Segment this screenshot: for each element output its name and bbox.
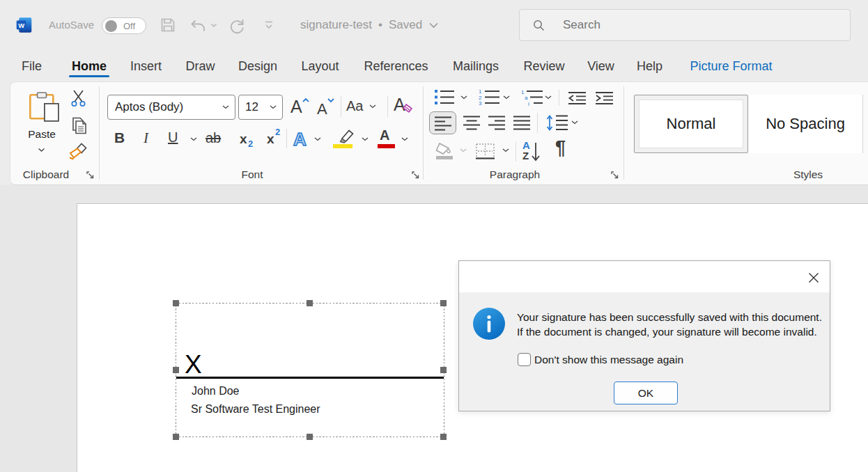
subscript-2: 2	[248, 139, 253, 149]
font-name-combo[interactable]: Aptos (Body)	[107, 95, 235, 120]
menu-tab-file[interactable]: File	[22, 59, 42, 74]
decrease-indent-icon[interactable]	[568, 91, 587, 105]
dont-show-again-label: Don't show this message again	[534, 354, 683, 366]
paste-icon	[29, 92, 59, 122]
superscript-button[interactable]: x 2	[267, 131, 282, 148]
pilcrow-button[interactable]: ¶	[555, 137, 566, 159]
text-effects-chevron-icon[interactable]	[314, 137, 321, 141]
menu-tab-insert[interactable]: Insert	[130, 59, 162, 74]
clipboard-dialog-launcher-icon[interactable]	[86, 171, 94, 179]
cut-icon[interactable]	[71, 90, 86, 108]
undo-chevron-icon[interactable]	[210, 23, 217, 28]
bold-button[interactable]: B	[114, 129, 125, 146]
format-painter-icon[interactable]	[68, 143, 87, 160]
menu-tab-layout[interactable]: Layout	[301, 59, 339, 74]
clipboard-group-label: Clipboard	[23, 168, 69, 181]
clear-formatting-button[interactable]: A	[394, 95, 416, 117]
text-effects-button[interactable]: A	[293, 129, 307, 150]
selection-handle-bottom-middle[interactable]	[307, 434, 313, 440]
save-icon[interactable]	[159, 16, 177, 34]
line-spacing-icon[interactable]	[546, 114, 568, 132]
style-no-spacing-label: No Spacing	[766, 115, 845, 133]
borders-chevron-icon[interactable]	[502, 148, 509, 152]
paste-chevron-icon[interactable]	[38, 148, 45, 152]
menu-tab-picture-format[interactable]: Picture Format	[690, 59, 772, 74]
selection-handle-bottom-right[interactable]	[440, 434, 447, 440]
menu-tab-mailings[interactable]: Mailings	[453, 59, 499, 74]
align-right-icon[interactable]	[488, 116, 505, 130]
customize-quick-access-icon[interactable]	[264, 21, 274, 29]
change-case-button[interactable]: Aa	[346, 97, 378, 117]
dont-show-again-checkbox[interactable]	[518, 353, 531, 366]
italic-button[interactable]: I	[144, 129, 148, 147]
selection-handle-middle-left[interactable]	[173, 367, 179, 373]
highlight-chevron-icon[interactable]	[362, 137, 369, 141]
numbering-icon[interactable]: 1 2 3	[478, 88, 500, 106]
shrink-font-button[interactable]: A	[317, 96, 338, 117]
borders-icon[interactable]	[475, 143, 495, 159]
sort-arrow-icon	[531, 142, 541, 162]
increase-indent-icon[interactable]	[595, 91, 614, 105]
subscript-x: x	[240, 132, 247, 147]
menu-tab-draw[interactable]: Draw	[185, 59, 215, 74]
menu-tab-home[interactable]: Home	[72, 59, 107, 74]
dialog-message: Your signature has been successfully sav…	[517, 310, 822, 339]
redo-icon[interactable]	[228, 17, 247, 36]
superscript-x: x	[267, 132, 274, 147]
bullets-icon[interactable]	[434, 89, 455, 105]
selection-handle-bottom-left[interactable]	[173, 434, 179, 440]
selection-handle-top-left[interactable]	[173, 300, 179, 306]
search-input[interactable]	[563, 18, 814, 32]
numbering-chevron-icon[interactable]	[503, 95, 510, 100]
bullets-chevron-icon[interactable]	[460, 95, 467, 100]
autosave-state-label: Off	[123, 21, 135, 31]
active-tab-underline	[69, 75, 109, 77]
signature-line	[176, 377, 444, 379]
menu-tab-design[interactable]: Design	[238, 59, 277, 74]
strikethrough-button[interactable]: ab	[206, 130, 221, 146]
subscript-button[interactable]: x 2	[240, 131, 255, 148]
menu-tab-help[interactable]: Help	[637, 59, 662, 74]
undo-icon[interactable]	[189, 17, 208, 35]
selection-handle-top-right[interactable]	[440, 300, 447, 306]
document-title[interactable]: signature-test • Saved	[300, 17, 439, 33]
font-color-bar	[378, 144, 395, 148]
small-separator	[559, 90, 559, 106]
search-box[interactable]	[519, 9, 851, 41]
selection-handle-middle-right[interactable]	[440, 367, 447, 373]
font-color-button[interactable]: A	[378, 129, 396, 149]
autosave-toggle[interactable]: Off	[102, 17, 146, 34]
paste-button[interactable]	[25, 89, 59, 156]
font-size-combo[interactable]: 12	[238, 95, 283, 120]
menu-tab-view[interactable]: View	[587, 59, 614, 74]
align-center-icon[interactable]	[463, 116, 480, 130]
multilevel-list-icon[interactable]: 1 a i	[521, 88, 543, 106]
menu-tab-references[interactable]: References	[364, 59, 428, 74]
font-dialog-launcher-icon[interactable]	[412, 171, 419, 179]
highlight-pen-icon	[332, 129, 355, 144]
underline-chevron-icon[interactable]	[190, 137, 197, 141]
shading-icon[interactable]	[435, 142, 455, 159]
grow-font-button[interactable]: A	[290, 96, 311, 117]
style-no-spacing[interactable]: No Spacing	[748, 95, 863, 153]
save-status: Saved	[389, 18, 422, 32]
menu-tab-review[interactable]: Review	[523, 59, 564, 74]
sort-button[interactable]: A Z	[522, 141, 541, 162]
multilevel-chevron-icon[interactable]	[545, 95, 552, 100]
paragraph-dialog-launcher-icon[interactable]	[611, 171, 619, 179]
close-icon[interactable]	[808, 272, 819, 283]
shading-chevron-icon[interactable]	[460, 148, 467, 152]
font-color-chevron-icon[interactable]	[401, 137, 408, 141]
justify-icon[interactable]	[513, 116, 530, 130]
signature-selection-box[interactable]	[176, 303, 444, 437]
title-separator: •	[378, 18, 382, 32]
style-normal[interactable]: Normal	[634, 95, 748, 153]
ok-button[interactable]: OK	[614, 381, 678, 404]
copy-icon[interactable]	[70, 116, 88, 135]
text-highlight-button[interactable]	[332, 129, 355, 149]
selection-handle-top-middle[interactable]	[307, 300, 313, 306]
line-spacing-chevron-icon[interactable]	[571, 120, 578, 125]
align-left-button-selected[interactable]	[429, 111, 456, 134]
underline-button[interactable]: U	[168, 129, 178, 145]
signature-saved-dialog: Your signature has been successfully sav…	[458, 260, 830, 411]
